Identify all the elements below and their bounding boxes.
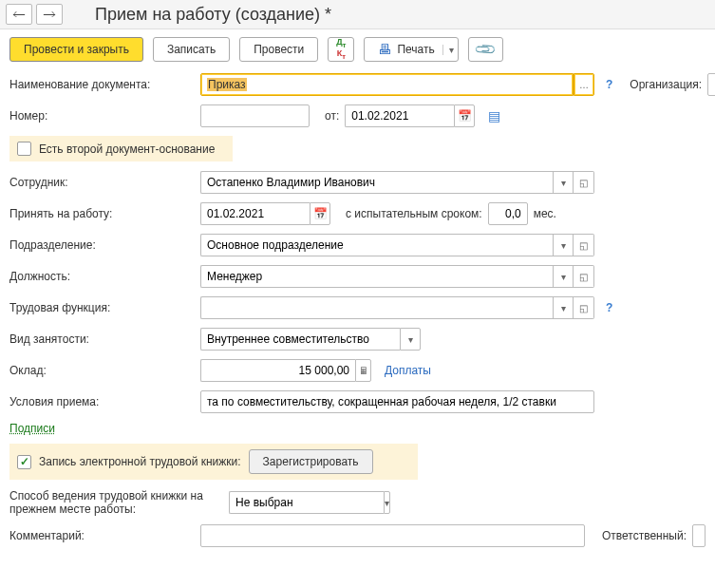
conditions-label: Условия приема: [9, 395, 195, 408]
hire-date-calendar-button[interactable]: 📅 [310, 202, 330, 225]
trial-label: с испытательным сроком: [346, 207, 482, 220]
book-method-label: Способ ведения трудовой книжки на прежне… [9, 489, 223, 516]
trial-input[interactable] [488, 202, 528, 225]
printer-icon: 🖶 [378, 42, 391, 57]
second-base-label: Есть второй документ-основание [39, 142, 215, 156]
calendar-button[interactable]: 📅 [454, 104, 475, 127]
post-button[interactable]: Провести [239, 37, 318, 62]
hire-date-input[interactable] [200, 202, 310, 225]
salary-label: Оклад: [9, 364, 195, 377]
doc-name-input[interactable]: Приказ [200, 73, 574, 96]
position-label: Должность: [9, 270, 195, 283]
attach-button[interactable]: 📎 [468, 37, 503, 62]
paperclip-icon: 📎 [473, 37, 498, 62]
employment-type-input[interactable] [200, 328, 400, 351]
hire-date-label: Принять на работу: [9, 207, 195, 220]
etk-checkbox[interactable] [17, 455, 31, 469]
nav-back-button[interactable]: 🡐 [6, 4, 32, 25]
doc-date-input[interactable] [345, 104, 454, 127]
org-input[interactable] [707, 73, 715, 96]
print-label: Печать [397, 43, 434, 56]
labor-function-dropdown-button[interactable]: ▾ [553, 296, 574, 319]
calendar-icon: 📅 [458, 109, 472, 123]
employee-input[interactable] [200, 171, 553, 194]
labor-function-input[interactable] [200, 296, 553, 319]
labor-function-open-button[interactable]: ◱ [574, 296, 594, 319]
etk-label: Запись электронной трудовой книжки: [39, 455, 241, 468]
conditions-input[interactable] [200, 390, 594, 413]
doc-name-label: Наименование документа: [9, 78, 195, 91]
employment-type-label: Вид занятости: [9, 332, 195, 346]
department-label: Подразделение: [9, 238, 195, 252]
position-dropdown-button[interactable]: ▾ [553, 265, 574, 288]
comment-input[interactable] [200, 524, 585, 547]
chevron-down-icon: ▾ [442, 45, 454, 55]
employment-type-dropdown-button[interactable]: ▾ [400, 328, 421, 351]
months-label: мес. [534, 207, 556, 220]
calculator-icon: 🖩 [359, 366, 368, 376]
doc-name-select-button[interactable]: … [574, 73, 594, 96]
salary-calc-button[interactable]: 🖩 [355, 359, 371, 382]
employee-dropdown-button[interactable]: ▾ [553, 171, 574, 194]
salary-input[interactable] [200, 359, 355, 382]
book-method-dropdown-button[interactable]: ▾ [384, 491, 390, 514]
dtkt-icon: ДтКт [336, 38, 346, 61]
book-method-input[interactable] [229, 491, 384, 514]
register-button[interactable]: Зарегистрировать [249, 449, 373, 474]
print-button[interactable]: 🖶 Печать ▾ [364, 37, 458, 62]
nav-forward-button[interactable]: 🡒 [36, 4, 63, 25]
post-and-close-button[interactable]: Провести и закрыть [9, 37, 143, 62]
dtkt-button[interactable]: ДтКт [328, 37, 354, 62]
page-title: Прием на работу (создание) * [95, 5, 331, 25]
position-input[interactable] [200, 265, 553, 288]
signatures-link[interactable]: Подписи [9, 422, 55, 435]
extra-pay-link[interactable]: Доплаты [385, 364, 431, 377]
number-label: Номер: [9, 109, 195, 123]
second-base-checkbox[interactable] [17, 142, 31, 156]
labor-function-label: Трудовая функция: [9, 301, 195, 314]
department-open-button[interactable]: ◱ [574, 234, 594, 256]
save-button[interactable]: Записать [153, 37, 230, 62]
responsible-label: Ответственный: [602, 529, 687, 542]
form-menu-icon[interactable]: ▤ [488, 108, 500, 123]
department-dropdown-button[interactable]: ▾ [553, 234, 574, 256]
help-icon[interactable]: ? [606, 78, 612, 91]
number-input[interactable] [200, 104, 310, 127]
position-open-button[interactable]: ◱ [574, 265, 594, 288]
help-icon[interactable]: ? [606, 301, 612, 314]
comment-label: Комментарий: [9, 529, 195, 542]
org-label: Организация: [630, 78, 702, 91]
responsible-input[interactable] [692, 524, 706, 547]
from-label: от: [325, 109, 339, 123]
employee-label: Сотрудник: [9, 176, 195, 189]
department-input[interactable] [200, 234, 553, 256]
employee-open-button[interactable]: ◱ [574, 171, 594, 194]
calendar-icon: 📅 [313, 207, 328, 220]
